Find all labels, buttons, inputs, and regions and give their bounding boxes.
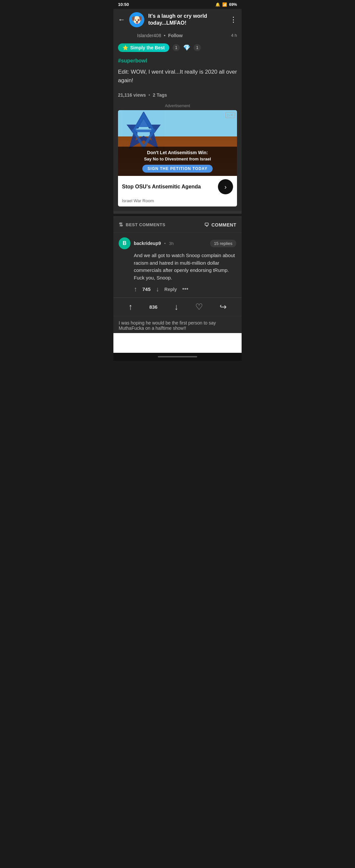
best-comments-label: ⇅ BEST COMMENTS bbox=[119, 222, 165, 228]
ad-text-2: Say No to Divestment from Israel bbox=[121, 156, 234, 161]
best-comments-text: BEST COMMENTS bbox=[126, 222, 166, 227]
post-header: ← 🐶 It's a laugh or cry world today...LM… bbox=[114, 9, 241, 31]
ad-controls: ▷✕ bbox=[225, 112, 235, 118]
home-bar bbox=[158, 356, 197, 358]
ad-box[interactable]: ▷✕ Don't Let Antisemitism Win: Say No to… bbox=[118, 110, 237, 207]
status-bar: 10:50 🔔 📶 69% bbox=[114, 0, 241, 9]
badge-label: Simply the Best bbox=[130, 45, 165, 50]
comment-body: And we all got to watch Snoop complain a… bbox=[134, 252, 236, 281]
comment-user-row: B backrideup9 • 3h bbox=[119, 237, 174, 249]
ad-footer: Stop OSU's Antisemitic Agenda › bbox=[118, 176, 237, 197]
comment-icon: 🗨 bbox=[204, 222, 209, 227]
downvote-button[interactable]: ↓ bbox=[156, 285, 159, 293]
heart-icon: ♡ bbox=[195, 302, 203, 312]
post-content: #superbowl Edit: WOW, I went viral...It … bbox=[114, 57, 241, 88]
global-upvote-button[interactable]: ↑ bbox=[128, 302, 132, 312]
comment-time-ago: 3h bbox=[169, 241, 173, 246]
total-vote-count: 836 bbox=[149, 304, 157, 310]
post-username: Islander408 bbox=[137, 33, 161, 38]
comment-input-area[interactable] bbox=[114, 333, 241, 353]
sort-icon[interactable]: ⇅ bbox=[119, 222, 123, 228]
post-title: It's a laugh or cry world today...LMFAO! bbox=[148, 13, 226, 27]
post-meta: Islander408 • Follow 4 h bbox=[114, 31, 241, 41]
global-downvote-button[interactable]: ↓ bbox=[174, 302, 179, 312]
menu-button[interactable]: ⋮ bbox=[230, 16, 237, 24]
heart-button[interactable]: ♡ bbox=[195, 302, 203, 312]
replies-badge[interactable]: 15 replies bbox=[210, 240, 236, 247]
section-divider bbox=[114, 211, 241, 214]
gem-icon: 💎 bbox=[183, 44, 190, 51]
hashtag-link[interactable]: #superbowl bbox=[118, 58, 147, 63]
ad-arrow-button[interactable]: › bbox=[218, 179, 233, 194]
partial-comment: I was hoping he would be the first perso… bbox=[114, 316, 241, 333]
ad-sponsor: Israel War Room bbox=[118, 197, 237, 207]
vote-count: 745 bbox=[142, 286, 151, 292]
battery-icon: 🔔 bbox=[215, 2, 220, 7]
comment-button[interactable]: 🗨 COMMENT bbox=[204, 222, 236, 227]
signal-icon: 📶 bbox=[222, 2, 227, 7]
post-stats: 21,116 views • 2 Tags bbox=[114, 88, 241, 102]
ad-play-icon[interactable]: ▷✕ bbox=[225, 112, 235, 118]
comment-time: • bbox=[164, 241, 166, 246]
downvote-arrow-icon: ↓ bbox=[174, 302, 179, 312]
bottom-action-bar: ↑ 836 ↓ ♡ ↪ bbox=[114, 298, 241, 316]
comment-item: B backrideup9 • 3h 15 replies And we all… bbox=[114, 232, 241, 298]
vote-count-display: 836 bbox=[149, 304, 157, 310]
back-button[interactable]: ← bbox=[118, 16, 125, 24]
partial-comment-text: I was hoping he would be the first perso… bbox=[119, 320, 216, 331]
badge-row: ⭐ Simply the Best 1 💎 1 bbox=[114, 41, 241, 57]
comment-btn-label: COMMENT bbox=[212, 222, 236, 227]
comment-actions: ↑ 745 ↓ Reply ••• bbox=[134, 285, 236, 293]
commenter-avatar-letter: B bbox=[123, 240, 127, 246]
comments-header: ⇅ BEST COMMENTS 🗨 COMMENT bbox=[114, 216, 241, 232]
badge-count-1: 1 bbox=[172, 44, 180, 51]
upvote-button[interactable]: ↑ bbox=[134, 285, 137, 293]
post-time: 4 h bbox=[231, 33, 237, 38]
follow-button[interactable]: Follow bbox=[168, 33, 183, 38]
badge-star-icon: ⭐ bbox=[123, 45, 128, 50]
badge-count-2: 1 bbox=[194, 44, 201, 51]
avatar: 🐶 bbox=[129, 12, 144, 27]
commenter-username: backrideup9 bbox=[134, 241, 161, 246]
more-options-button[interactable]: ••• bbox=[182, 286, 188, 292]
ad-petition-button[interactable]: SIGN THE PETITION TODAY bbox=[142, 165, 213, 173]
ad-overlay: Don't Let Antisemitism Win: Say No to Di… bbox=[118, 147, 237, 176]
comment-header: B backrideup9 • 3h 15 replies bbox=[119, 237, 236, 249]
post-body: Edit: WOW, I went viral...It really is 2… bbox=[118, 68, 237, 85]
avatar-image: 🐶 bbox=[131, 14, 143, 25]
views-count: 21,116 views bbox=[118, 92, 146, 98]
simply-the-best-badge: ⭐ Simply the Best bbox=[118, 43, 169, 52]
upvote-arrow-icon: ↑ bbox=[128, 302, 132, 312]
ad-text-1: Don't Let Antisemitism Win: bbox=[121, 150, 234, 155]
commenter-avatar: B bbox=[119, 237, 130, 249]
reply-button[interactable]: Reply bbox=[164, 287, 177, 292]
ad-footer-title: Stop OSU's Antisemitic Agenda bbox=[122, 183, 218, 190]
home-indicator bbox=[114, 353, 241, 361]
share-icon: ↪ bbox=[220, 302, 227, 312]
ad-image: ▷✕ Don't Let Antisemitism Win: Say No to… bbox=[118, 110, 237, 176]
ad-label: Advertisement bbox=[118, 103, 237, 108]
ad-container: Advertisement ▷✕ Don't Let Antisemitism … bbox=[114, 102, 241, 211]
tags-count: 2 Tags bbox=[153, 92, 167, 98]
share-button[interactable]: ↪ bbox=[220, 302, 227, 312]
status-icons: 🔔 📶 69% bbox=[215, 2, 237, 7]
status-time: 10:50 bbox=[118, 2, 129, 7]
battery-level: 69% bbox=[229, 2, 237, 7]
